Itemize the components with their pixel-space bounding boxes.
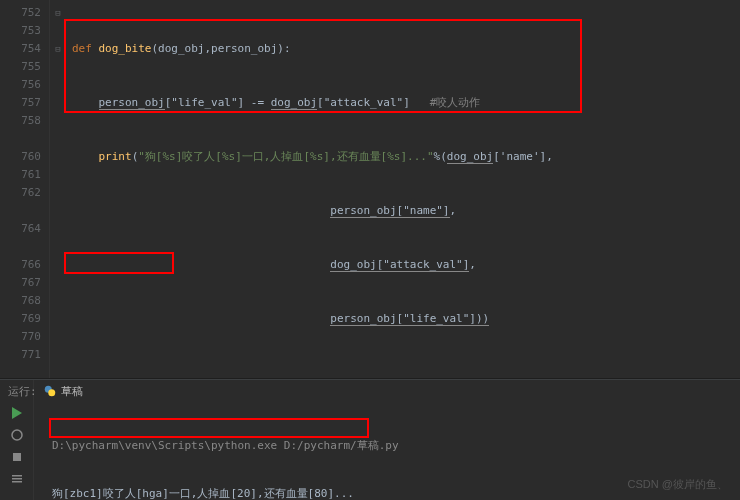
fold-gutter[interactable]: ⊟ ⊟ [50,0,66,378]
run-icon[interactable] [10,406,24,420]
console-tab-bar: 运行: 草稿 [0,380,83,402]
code-line: def dog_bite(dog_obj,person_obj): [72,40,740,58]
code-line [72,364,740,378]
run-label: 运行: [8,384,37,399]
svg-rect-7 [12,481,22,483]
stop-icon[interactable] [10,450,24,464]
console-path: D:\pycharm\venv\Scripts\python.exe D:/py… [52,438,730,454]
console-tab-name[interactable]: 草稿 [61,384,83,399]
settings-icon[interactable] [10,472,24,486]
code-line: dog_obj["attack_val"], [72,256,740,274]
svg-marker-2 [12,407,22,419]
code-editor[interactable]: 752 753 754 755 756 757 758 760 761 762 … [0,0,740,378]
code-line: person_obj["life_val"] -= dog_obj["attac… [72,94,740,112]
python-icon [43,384,57,398]
code-content[interactable]: def dog_bite(dog_obj,person_obj): person… [66,0,740,378]
watermark: CSDN @彼岸的鱼、 [628,477,728,492]
code-line: person_obj["name"], [72,202,740,220]
code-line: person_obj["life_val"])) [72,310,740,328]
svg-point-1 [48,389,55,396]
svg-rect-5 [12,475,22,477]
svg-rect-4 [13,453,21,461]
svg-rect-6 [12,478,22,480]
debug-icon[interactable] [10,428,24,442]
line-number-gutter: 752 753 754 755 756 757 758 760 761 762 … [0,0,50,378]
code-line: print("狗[%s]咬了人[%s]一口,人掉血[%s],还有血量[%s]..… [72,148,740,166]
svg-point-3 [12,430,22,440]
